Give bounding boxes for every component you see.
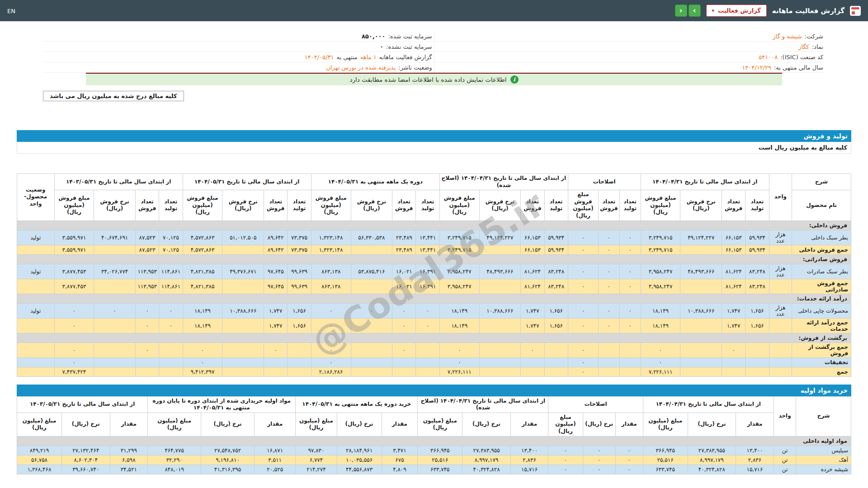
table-row: جمع درآمد ارائه خدمات۱,۶۵۶۱,۷۴۷۱۸,۱۴۹۰۰۰…: [17, 318, 851, 333]
value-cell: ۰: [722, 343, 745, 357]
prev-report-button[interactable]: ‹: [675, 5, 687, 17]
value-cell: ۵۶,۷۵۸: [17, 455, 62, 465]
column-header: تعداد تولید: [288, 190, 311, 221]
value-cell: تولید: [17, 303, 55, 318]
value-cell: [479, 367, 521, 376]
value-cell: [599, 357, 620, 367]
value-cell: ۳۶۶,۹۴۵: [643, 446, 688, 455]
value-cell: ۱,۷۴۷: [521, 303, 544, 318]
value-cell: ۱۸,۱۴۹: [641, 318, 680, 333]
value-cell: ۸۳,۲۴۸: [745, 264, 769, 279]
value-cell: ۰: [416, 318, 439, 333]
value-cell: [94, 343, 136, 357]
report-type-button[interactable]: گزارش فعالیت ▾: [706, 5, 767, 17]
value-cell: [769, 245, 792, 254]
column-header: تعداد فروش: [135, 190, 159, 221]
value-cell: ۱۰,۰۳۵,۵۵۶: [337, 455, 382, 465]
value-cell: ۱,۷۴۷: [722, 318, 745, 333]
value-cell: ۱,۶۵۶: [544, 318, 568, 333]
navbar-right-cluster: گزارش فعالیت ماهانه گزارش فعالیت ▾ › ‹: [675, 5, 861, 17]
value-cell: ۱۵,۷۱۶: [736, 465, 774, 474]
value-cell: ۶۶,۱۵۳: [722, 230, 745, 245]
unregistered-capital-label: سرمایه ثبت نشده:: [386, 43, 432, 50]
value-cell: ۷,۴۳۷,۴۲۴: [54, 367, 94, 376]
table-row: محصولات چاپی داخلیهزار عدد۱,۶۵۶۱,۷۴۷۱۰,۳…: [17, 303, 851, 318]
company-info-right-column: شرکت: شیشه و گاز نماد: کگاز کد صنعت (ISI…: [434, 31, 826, 73]
value-cell: ۲,۱۸۶,۲۸۶: [311, 367, 351, 376]
value-cell: [745, 357, 769, 367]
page-title: گزارش فعالیت ماهانه: [772, 7, 844, 15]
value-cell: ۰: [135, 318, 159, 333]
company-name-link[interactable]: شیشه و گاز: [773, 33, 802, 40]
value-cell: ۲۷,۵۴۸,۷۵۲: [201, 446, 255, 455]
issuer-status-label: وضعیت ناشر:: [398, 64, 432, 71]
report-period-label: گزارش فعالیت ماهانه: [379, 54, 432, 61]
value-cell: ۶۳۳,۷۴۵: [643, 465, 688, 474]
table-row: جمع فروش صادراتی۸۳,۲۴۸۸۱,۶۲۴۳,۹۵۸,۲۴۷۰۰۰…: [17, 279, 851, 294]
isic-label: کد صنعت (ISIC):: [780, 54, 823, 61]
value-cell: [769, 318, 792, 333]
column-header: نرخ فروش (ریال): [680, 190, 722, 221]
value-cell: ۶,۷۷۴: [296, 455, 337, 465]
value-cell: ۰: [183, 343, 222, 357]
issuer-status-value: پذیرفته شده در بورس تهران: [326, 64, 396, 71]
value-cell: ۱۸,۱۴۹: [183, 303, 222, 318]
value-cell: ۱,۶۵۶: [288, 318, 311, 333]
column-group-header: از ابتدای سال مالی تا تاریخ ۱۴۰۴/۰۴/۳۱ (…: [439, 174, 568, 190]
value-cell: ۰: [568, 343, 598, 357]
value-cell: [479, 357, 521, 367]
value-cell: ۸۱,۶۲۴: [722, 279, 745, 294]
value-cell: ۰: [183, 357, 222, 367]
column-header: نرخ (ریال): [583, 413, 615, 436]
language-toggle[interactable]: EN: [7, 8, 15, 14]
value-cell: ۷,۲۲۶,۱۱۱: [439, 367, 479, 376]
report-period-row: گزارش فعالیت ماهانه ۱ ماهه منتهی به ۱۴۰۴…: [43, 52, 434, 62]
next-report-button[interactable]: ›: [689, 5, 701, 17]
unregistered-capital-row: سرمایه ثبت نشده: ۰: [43, 42, 434, 52]
top-navbar: گزارش فعالیت ماهانه گزارش فعالیت ▾ › ‹ E…: [0, 0, 868, 21]
value-cell: ۴۴,۵۵۶,۸۷۳: [337, 465, 382, 474]
value-cell: [351, 357, 392, 367]
value-cell: [17, 279, 55, 294]
value-cell: ۰: [311, 357, 351, 367]
value-cell: ۳۶۶,۹۴۵: [418, 446, 462, 455]
value-cell: تن: [774, 446, 796, 455]
value-cell: ۱۰,۳۸۸,۶۶۶: [680, 303, 722, 318]
value-cell: ۷۳,۳۷۵: [288, 245, 311, 254]
table-row: تخفیفات۰۰۰۰۰۰: [17, 357, 851, 367]
value-cell: [479, 279, 521, 294]
value-cell: ۰: [54, 357, 94, 367]
value-cell: ۵۶,۳۳۰,۵۳۸: [351, 230, 392, 245]
column-header: تعداد تولید: [619, 190, 641, 221]
value-cell: [392, 357, 416, 367]
value-cell: [288, 357, 311, 367]
table-row: جمع۷,۲۲۶,۱۱۱۰۷,۲۲۶,۱۱۱۲,۱۸۶,۲۸۶۹,۴۱۲,۳۹۷…: [17, 367, 851, 376]
value-cell: ۰: [641, 343, 680, 357]
section-row-label: فروش صادراتی:: [17, 254, 851, 264]
value-cell: [392, 367, 416, 376]
value-cell: ۵۹,۹۳۴: [544, 230, 568, 245]
column-header: تعداد فروش: [264, 190, 288, 221]
row-label-cell: جمع برگشت از فروش: [792, 343, 851, 357]
value-cell: تولید: [17, 230, 55, 245]
column-group-header: اصلاحات: [568, 174, 641, 190]
value-cell: [544, 367, 568, 376]
value-cell: [94, 357, 136, 367]
value-cell: ۷,۲۲۶,۱۱۱: [641, 367, 680, 376]
value-cell: [619, 367, 641, 376]
company-name-row: شرکت: شیشه و گاز: [434, 31, 826, 42]
value-cell: [222, 357, 264, 367]
column-header: تعداد تولید: [159, 190, 183, 221]
value-cell: ۴۰,۳۲۴,۸۲۸: [688, 465, 736, 474]
value-cell: هزار عدد: [769, 303, 792, 318]
value-cell: ۱,۷۴۷: [521, 318, 544, 333]
value-cell: ۰: [599, 303, 620, 318]
value-cell: ۰: [641, 357, 680, 367]
value-cell: ۰: [619, 245, 641, 254]
value-cell: [222, 279, 264, 294]
navbar-left-cluster: EN: [7, 6, 15, 15]
value-cell: [544, 357, 568, 367]
value-cell: ۱۳,۴۴۱: [416, 230, 439, 245]
value-cell: ۰: [619, 230, 641, 245]
column-header: نرخ فروش (ریال): [94, 190, 136, 221]
